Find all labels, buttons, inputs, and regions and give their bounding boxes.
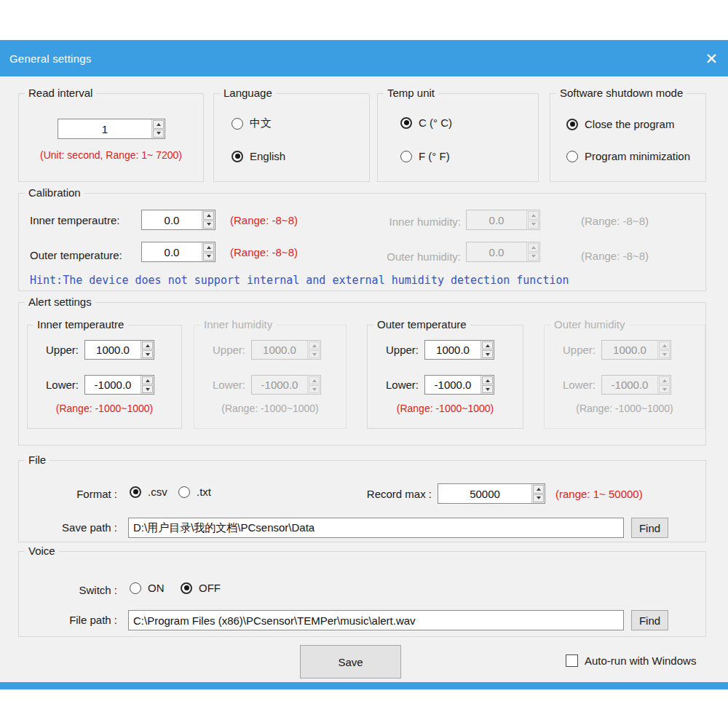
spin-up-button[interactable]	[203, 243, 214, 252]
outer-humidity-calibration-spinner	[466, 242, 540, 262]
radio-icon	[566, 119, 578, 130]
spin-up-button[interactable]	[142, 341, 153, 349]
outer-temp-calibration-spinner	[141, 242, 215, 262]
outer-temp-calibration-input[interactable]	[142, 242, 202, 261]
spin-up-button[interactable]	[153, 120, 164, 129]
inner-temp-calibration-input[interactable]	[142, 210, 202, 229]
outer-temp-upper-input[interactable]	[425, 341, 480, 359]
spin-down-button[interactable]	[153, 130, 164, 138]
radio-language-english[interactable]: English	[232, 150, 285, 162]
autorun-label: Auto-run with Windows	[585, 654, 696, 667]
group-title-calibration: Calibration	[25, 186, 84, 199]
spin-buttons	[202, 210, 215, 229]
inner-humidity-calibration-spinner	[466, 210, 540, 230]
spin-down-button[interactable]	[482, 350, 493, 358]
close-icon[interactable]: ✕	[705, 51, 718, 66]
radio-close-program[interactable]: Close the program	[566, 118, 674, 130]
group-title-temp-unit: Temp unit	[384, 87, 438, 99]
spin-up-button	[309, 341, 320, 349]
outer-humidity-upper-input	[602, 341, 657, 359]
radio-label: C (° C)	[419, 116, 452, 129]
read-interval-spinner	[58, 119, 165, 139]
radio-icon	[232, 118, 243, 130]
spin-down-button[interactable]	[142, 350, 153, 358]
inner-temp-calibration-label: Inner temperautre:	[30, 214, 119, 226]
group-title-file: File	[25, 454, 50, 466]
record-max-label: Record max :	[353, 488, 432, 500]
spin-up-button[interactable]	[482, 376, 493, 384]
inner-temp-calibration-range: (Range: -8~8)	[230, 214, 298, 226]
alert-outer-temp-group: Outer temperature Upper: Lower:	[367, 325, 523, 429]
spin-up-button[interactable]	[203, 211, 214, 220]
radio-icon	[181, 582, 192, 594]
inner-temp-lower-input[interactable]	[85, 376, 141, 394]
outer-temp-lower-input[interactable]	[425, 376, 480, 394]
spin-up-button[interactable]	[533, 485, 544, 494]
alert-outer-humidity-group: Outer humidity Upper: Lower:	[544, 325, 705, 429]
spin-down-button	[659, 350, 670, 358]
record-max-spinner	[438, 483, 545, 504]
radio-voice-on[interactable]: ON	[130, 582, 165, 594]
dialog-body: Read interval (Unit: second, Range: 1~ 7…	[0, 76, 728, 682]
radio-icon	[400, 151, 412, 162]
spin-down-button[interactable]	[203, 221, 214, 229]
switch-label: Switch :	[41, 584, 117, 596]
group-title: Inner temperautre	[33, 318, 127, 331]
arrow-up-icon	[486, 344, 490, 347]
save-path-input[interactable]	[128, 518, 624, 538]
group-title-voice: Voice	[25, 545, 59, 557]
arrow-down-icon	[662, 388, 667, 391]
inner-temp-upper-input[interactable]	[85, 341, 141, 359]
radio-icon	[130, 486, 141, 498]
radio-temp-fahrenheit[interactable]: F (° F)	[400, 150, 450, 162]
spin-up-button	[659, 376, 670, 384]
format-label: Format :	[53, 488, 117, 500]
spin-down-button	[309, 350, 320, 358]
arrow-up-icon	[662, 344, 667, 347]
spin-up-button	[309, 376, 320, 384]
group-temp-unit: Temp unit C (° C) F (° F)	[377, 93, 539, 182]
radio-format-txt[interactable]: .txt	[178, 486, 211, 498]
read-interval-input[interactable]	[58, 119, 151, 138]
spin-buttons	[657, 341, 670, 359]
group-shutdown-mode: Software shutdown mode Close the program…	[550, 93, 706, 182]
spin-down-button	[659, 385, 670, 393]
radio-icon	[232, 151, 243, 162]
spin-buttons	[480, 376, 494, 394]
radio-voice-off[interactable]: OFF	[181, 582, 221, 594]
arrow-down-icon	[146, 353, 150, 356]
spin-down-button[interactable]	[482, 385, 493, 393]
arrow-down-icon	[207, 255, 211, 258]
arrow-up-icon	[486, 379, 490, 382]
spin-up-button[interactable]	[142, 376, 153, 384]
inner-humidity-lower-input	[252, 376, 307, 394]
general-settings-window: General settings ✕ Read interval (Unit: …	[0, 40, 728, 689]
outer-humidity-calibration-input	[467, 242, 526, 261]
radio-language-chinese[interactable]: 中文	[232, 116, 272, 130]
arrow-up-icon	[312, 344, 317, 347]
spin-down-button[interactable]	[142, 385, 153, 393]
autorun-checkbox-row[interactable]: Auto-run with Windows	[566, 654, 696, 667]
autorun-checkbox[interactable]	[566, 654, 578, 667]
radio-program-minimization[interactable]: Program minimization	[566, 150, 690, 162]
save-button[interactable]: Save	[300, 645, 401, 678]
inner-humidity-lower-spinner	[251, 375, 321, 395]
radio-temp-celsius[interactable]: C (° C)	[400, 116, 452, 129]
radio-format-csv[interactable]: .csv	[130, 486, 167, 498]
arrow-down-icon	[486, 353, 490, 356]
spin-down-button[interactable]	[203, 253, 214, 261]
voice-file-path-input[interactable]	[128, 610, 624, 630]
arrow-up-icon	[531, 214, 536, 217]
radio-label: F (° F)	[419, 150, 450, 162]
outer-temp-lower-spinner	[424, 375, 494, 395]
voice-find-button[interactable]: Find	[631, 610, 668, 630]
group-read-interval: Read interval (Unit: second, Range: 1~ 7…	[18, 93, 204, 182]
arrow-down-icon	[537, 496, 541, 499]
save-path-find-button[interactable]: Find	[631, 518, 668, 538]
save-path-label: Save path :	[41, 521, 117, 534]
spin-down-button[interactable]	[533, 494, 544, 503]
radio-label: 中文	[250, 116, 272, 130]
spin-up-button[interactable]	[482, 341, 493, 349]
record-max-input[interactable]	[438, 484, 531, 503]
group-voice: Voice Switch : ON OFF File path : Find	[18, 551, 706, 637]
